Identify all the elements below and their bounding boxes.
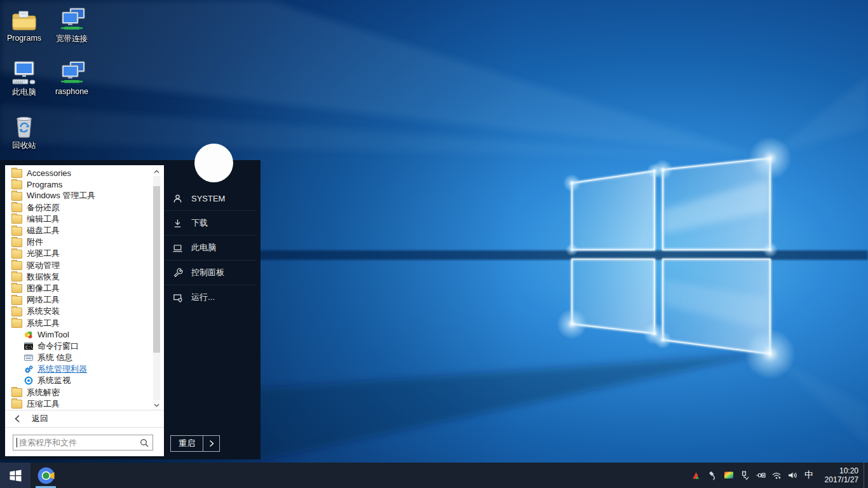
start-menu-item-label: 数据恢复: [27, 271, 60, 283]
desktop-icon-label: 回收站: [1, 140, 48, 151]
start-menu-item-label: Windows 管理工具: [27, 190, 95, 201]
program-list: Accessories Programs Windows 管理工具 备份还原 编…: [5, 167, 151, 410]
start-menu-item-label: 磁盘工具: [27, 225, 60, 236]
start-menu-item[interactable]: 系统 信息: [5, 352, 151, 363]
start-menu-item[interactable]: 网络工具: [5, 294, 151, 306]
scroll-down-arrow[interactable]: [153, 400, 160, 410]
start-menu-program-panel: Accessories Programs Windows 管理工具 备份还原 编…: [5, 165, 164, 456]
folder-icon: [11, 250, 22, 259]
clock-time: 10:20: [818, 466, 858, 475]
folder-icon: [11, 296, 22, 305]
windows-logo-icon: [10, 470, 22, 482]
start-menu-item-label: 系统管理利器: [37, 363, 87, 375]
start-menu-item[interactable]: 编辑工具: [5, 214, 151, 225]
start-menu-item-label: 附件: [27, 236, 43, 248]
network-connection-icon: [48, 57, 95, 85]
search-box[interactable]: [13, 435, 153, 451]
svg-text:C:\: C:\: [25, 345, 33, 349]
start-menu-item[interactable]: 磁盘工具: [5, 225, 151, 236]
desktop-icon-programs[interactable]: Programs: [1, 4, 48, 43]
power-plug-icon[interactable]: [752, 470, 768, 480]
ime-indicator[interactable]: 中: [800, 470, 818, 481]
start-menu-item[interactable]: 数据恢复: [5, 271, 151, 283]
folder-icon: [11, 169, 22, 178]
side-item-downloads[interactable]: 下载: [164, 210, 257, 235]
start-menu-item[interactable]: Accessories: [5, 167, 151, 179]
start-menu-item[interactable]: 驱动管理: [5, 260, 151, 271]
taskbar-chromium-button[interactable]: [31, 463, 61, 488]
start-button[interactable]: [0, 463, 31, 488]
start-menu-item[interactable]: 备份还原: [5, 202, 151, 214]
usb-cable-icon[interactable]: [705, 470, 721, 480]
restart-button[interactable]: 重启: [171, 436, 203, 451]
system-monitor-icon: [24, 376, 33, 385]
back-button[interactable]: 返回: [5, 410, 164, 427]
clock-date: 2017/1/27: [818, 475, 858, 484]
chevron-left-icon: [13, 414, 21, 423]
network-connection-icon: [48, 4, 95, 32]
search-input[interactable]: [17, 438, 140, 447]
laptop-icon: [172, 243, 183, 254]
side-item-control-panel[interactable]: 控制面板: [164, 260, 257, 285]
start-menu-item-label: 命令行窗口: [37, 341, 79, 352]
desktop-icon-this-pc[interactable]: 此电脑: [1, 57, 48, 98]
desktop-icon-rasphone[interactable]: rasphone: [48, 57, 95, 96]
display-color-icon[interactable]: [721, 470, 736, 480]
wifi-icon[interactable]: [768, 470, 784, 480]
search-icon[interactable]: [140, 438, 149, 447]
side-item-user[interactable]: SYSTEM: [164, 186, 257, 210]
folder-icon: [11, 238, 22, 247]
safely-remove-icon[interactable]: [736, 470, 752, 480]
start-menu-item[interactable]: 图像工具: [5, 283, 151, 294]
start-menu-item-highlighted[interactable]: 系统管理利器: [5, 363, 151, 375]
volume-icon[interactable]: [784, 470, 800, 480]
show-desktop-button[interactable]: [864, 463, 868, 488]
folder-icon: [1, 4, 48, 32]
start-menu-item[interactable]: Windows 管理工具: [5, 190, 151, 201]
folder-icon: [11, 192, 22, 201]
side-item-this-pc[interactable]: 此电脑: [164, 235, 257, 260]
taskbar-clock[interactable]: 10:20 2017/1/27: [818, 466, 864, 484]
taskbar: 中 10:20 2017/1/27: [0, 463, 868, 488]
cmd-icon: C:\: [24, 342, 33, 351]
folder-icon: [11, 400, 22, 409]
back-label: 返回: [32, 413, 48, 424]
side-item-label: 下载: [191, 217, 208, 229]
side-item-label: 控制面板: [191, 267, 224, 278]
desktop-icon-recycle-bin[interactable]: 回收站: [1, 111, 48, 151]
folder-icon: [11, 273, 22, 281]
start-menu-item-label: 光驱工具: [27, 248, 60, 259]
start-menu-item-label: 备份还原: [27, 202, 60, 214]
scrollbar[interactable]: [153, 166, 160, 410]
start-menu-item-label: Programs: [27, 180, 62, 189]
system-info-icon: [24, 353, 33, 362]
wrench-icon: [172, 268, 183, 278]
start-menu-item[interactable]: C:\ 命令行窗口: [5, 341, 151, 352]
start-menu-item[interactable]: 系统解密: [5, 387, 151, 398]
start-menu-item-label: 系统解密: [27, 387, 60, 398]
folder-icon: [11, 203, 22, 212]
start-menu-item-label: 系统监视: [37, 375, 71, 386]
start-menu-item[interactable]: 光驱工具: [5, 248, 151, 259]
start-menu-item-label: 系统 信息: [37, 352, 73, 363]
gears-icon: [24, 365, 33, 374]
scroll-up-arrow[interactable]: [153, 166, 160, 176]
start-menu-item-label: 压缩工具: [27, 398, 60, 410]
desktop-icon-broadband[interactable]: 宽带连接: [48, 4, 95, 44]
start-menu-item[interactable]: Programs: [5, 179, 151, 190]
start-menu-item[interactable]: WimTool: [5, 329, 151, 341]
start-menu-item[interactable]: 附件: [5, 236, 151, 248]
side-item-run[interactable]: 运行...: [164, 285, 257, 309]
restart-options-button[interactable]: [203, 436, 219, 451]
folder-icon: [11, 215, 22, 224]
folder-icon: [11, 319, 22, 328]
chevron-right-icon: [209, 440, 214, 447]
start-menu-item[interactable]: 压缩工具: [5, 398, 151, 410]
desktop-icon-label: 此电脑: [1, 87, 48, 98]
start-menu-item[interactable]: 系统工具: [5, 317, 151, 329]
start-menu-item[interactable]: 系统监视: [5, 375, 151, 386]
scrollbar-thumb[interactable]: [153, 186, 160, 353]
start-menu-item[interactable]: 系统安装: [5, 306, 151, 317]
app-triangle-icon[interactable]: [689, 470, 705, 480]
start-menu-side-panel: SYSTEM 下载 此电脑: [164, 160, 261, 459]
